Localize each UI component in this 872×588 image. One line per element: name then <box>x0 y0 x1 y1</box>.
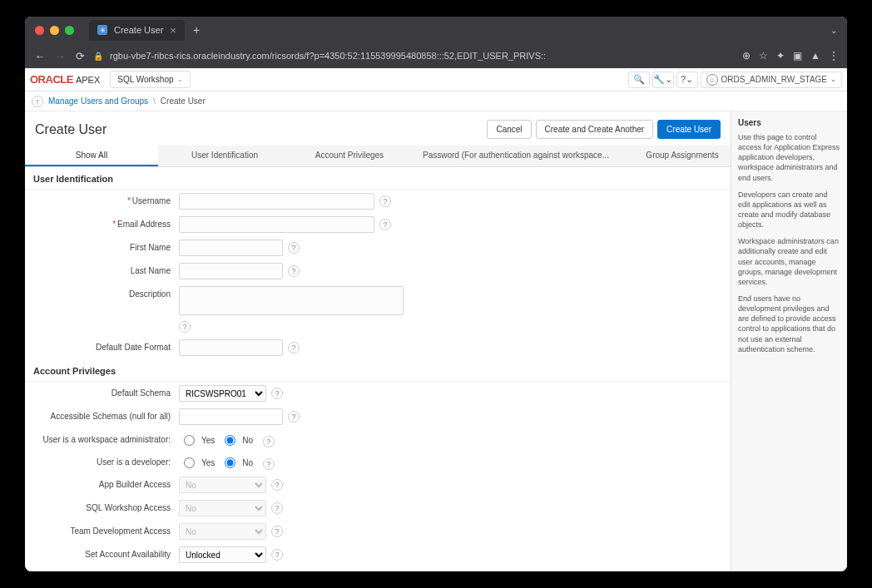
help-icon[interactable]: ? <box>271 388 283 399</box>
maximize-window-button[interactable] <box>65 26 74 35</box>
row-accessible-schemas: Accessible Schemas (null for all) ? <box>25 405 731 428</box>
workspace-admin-yes-radio[interactable] <box>184 435 195 446</box>
sql-workshop-select: No <box>179 500 266 516</box>
sql-workshop-label: SQL Workshop Access <box>33 500 179 512</box>
breadcrumb-up-icon[interactable]: ↑ <box>32 96 43 107</box>
app-header: ORACLE APEX SQL Workshop ⌄ 🔍 🔧⌄ ?⌄ ☺ ORD… <box>25 68 847 91</box>
breadcrumb-parent[interactable]: Manage Users and Groups <box>48 96 148 106</box>
username-input[interactable] <box>179 193 374 210</box>
help-icon[interactable]: ? <box>288 265 300 277</box>
close-window-button[interactable] <box>35 26 44 35</box>
create-user-button[interactable]: Create User <box>657 120 721 139</box>
row-developer: User is a developer: Yes No ? <box>25 451 731 473</box>
browser-tab[interactable]: ✳ Create User × <box>89 20 185 41</box>
content-wrapper: Create User Cancel Create and Create Ano… <box>25 111 847 571</box>
first-name-label: First Name <box>33 240 179 252</box>
section-password: Password (For authentication against wor… <box>25 566 731 571</box>
admin-icon[interactable]: 🔧⌄ <box>652 72 674 88</box>
yes-label: Yes <box>201 436 215 445</box>
menu-icon[interactable]: ⋮ <box>829 50 839 62</box>
description-input[interactable] <box>179 286 404 315</box>
help-icon[interactable]: ?⌄ <box>676 72 698 88</box>
default-date-format-input[interactable] <box>179 339 283 356</box>
help-icon[interactable]: ? <box>379 195 391 207</box>
help-icon[interactable]: ? <box>379 219 391 230</box>
sql-workshop-menu[interactable]: SQL Workshop ⌄ <box>110 71 190 88</box>
menu-label: SQL Workshop <box>117 75 173 84</box>
last-name-input[interactable] <box>179 263 283 279</box>
app-builder-select: No <box>179 477 266 493</box>
new-tab-button[interactable]: + <box>193 23 200 37</box>
accessible-schemas-label: Accessible Schemas (null for all) <box>33 408 179 421</box>
help-icon[interactable]: ? <box>271 502 283 514</box>
install-icon[interactable]: ⊕ <box>742 50 751 62</box>
help-icon[interactable]: ? <box>288 242 300 254</box>
developer-no-radio[interactable] <box>225 457 235 468</box>
url-text[interactable]: rgbu-vbe7-ribcs-rics.oracleindustry.com/… <box>110 51 729 61</box>
page-title: Create User <box>35 122 483 137</box>
tab-password[interactable]: Password (For authentication against wor… <box>408 146 624 166</box>
help-icon[interactable]: ? <box>288 411 300 422</box>
help-icon[interactable]: ? <box>271 479 283 491</box>
user-menu[interactable]: ☺ ORDS_ADMIN_RW_STAGE ⌄ <box>701 72 842 88</box>
app-builder-label: App Builder Access <box>33 477 179 489</box>
search-icon[interactable]: 🔍 <box>628 72 650 88</box>
help-icon[interactable]: ? <box>179 321 191 333</box>
star-icon[interactable]: ☆ <box>759 50 768 62</box>
create-another-button[interactable]: Create and Create Another <box>536 120 654 139</box>
description-label: Description <box>33 286 179 299</box>
tab-title: Create User <box>114 25 163 35</box>
close-tab-icon[interactable]: × <box>170 24 176 37</box>
workspace-admin-no-radio[interactable] <box>225 435 235 446</box>
back-icon[interactable]: ← <box>33 50 47 62</box>
profile-icon[interactable]: ▲ <box>810 50 820 62</box>
row-email: *Email Address ? <box>25 213 731 236</box>
breadcrumb-separator: \ <box>153 96 156 106</box>
default-schema-select[interactable]: RICSWSPRO01 <box>179 385 266 402</box>
row-workspace-admin: User is a workspace administrator: Yes N… <box>25 428 731 451</box>
help-icon[interactable]: ? <box>271 549 283 561</box>
minimize-window-button[interactable] <box>50 26 59 35</box>
developer-label: User is a developer: <box>33 454 179 467</box>
email-input[interactable] <box>179 216 374 233</box>
chevron-down-icon: ⌄ <box>177 76 183 83</box>
last-name-label: Last Name <box>33 263 179 275</box>
developer-yes-radio[interactable] <box>184 457 195 468</box>
no-label: No <box>242 436 253 445</box>
section-user-identification: User Identification <box>25 167 731 190</box>
addressbar: ← → ⟳ 🔒 rgbu-vbe7-ribcs-rics.oracleindus… <box>25 43 847 68</box>
lock-icon[interactable]: 🔒 <box>93 52 103 61</box>
default-schema-label: Default Schema <box>33 385 179 398</box>
tab-favicon: ✳ <box>97 25 107 35</box>
right-panel: Users Use this page to control access fo… <box>731 111 847 571</box>
row-description: Description <box>25 283 731 319</box>
right-panel-title: Users <box>738 118 840 127</box>
availability-select[interactable]: Unlocked <box>179 546 266 563</box>
first-name-input[interactable] <box>179 240 283 256</box>
tabs-menu-icon[interactable]: ⌄ <box>830 26 837 35</box>
help-icon[interactable]: ? <box>263 436 275 447</box>
help-paragraph: Developers can create and edit applicati… <box>738 190 840 230</box>
tab-show-all[interactable]: Show All <box>25 146 158 166</box>
tab-group-assignments[interactable]: Group Assignments <box>624 146 731 166</box>
main-content: Create User Cancel Create and Create Ano… <box>25 111 731 571</box>
traffic-lights <box>35 26 74 35</box>
team-dev-label: Team Development Access <box>33 523 179 536</box>
tab-user-identification[interactable]: User Identification <box>158 146 291 166</box>
help-icon[interactable]: ? <box>288 342 300 353</box>
row-app-builder: App Builder Access No ? <box>25 473 731 497</box>
accessible-schemas-input[interactable] <box>179 408 283 425</box>
help-icon[interactable]: ? <box>263 458 275 470</box>
tab-account-privileges[interactable]: Account Privileges <box>291 146 408 166</box>
required-icon: * <box>112 220 116 229</box>
section-account-privileges: Account Privileges <box>25 359 731 382</box>
availability-label: Set Account Availability <box>33 546 179 559</box>
help-icon[interactable]: ? <box>271 526 283 537</box>
cancel-button[interactable]: Cancel <box>487 120 531 139</box>
workspace-admin-label: User is a workspace administrator: <box>33 432 179 444</box>
row-sql-workshop: SQL Workshop Access No ? <box>25 497 731 520</box>
extensions-icon[interactable]: ✦ <box>776 50 785 62</box>
extension-icon[interactable]: ▣ <box>793 50 802 62</box>
email-label: Email Address <box>117 220 171 229</box>
reload-icon[interactable]: ⟳ <box>73 50 87 62</box>
